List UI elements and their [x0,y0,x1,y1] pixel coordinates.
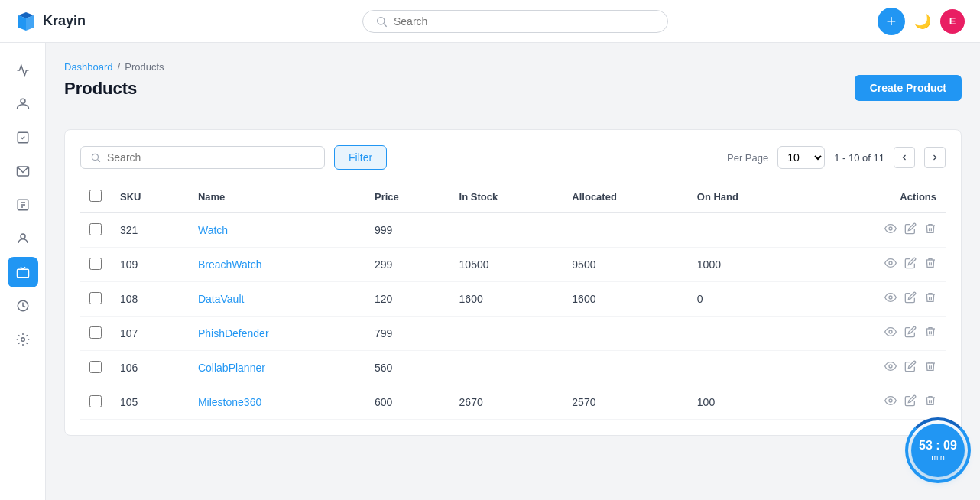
row-checkbox[interactable] [89,361,102,373]
sidebar-item-notes[interactable] [8,190,38,220]
row-checkbox[interactable] [89,395,102,407]
global-search-input[interactable] [394,15,655,28]
edit-icon[interactable] [904,326,917,341]
add-button[interactable]: + [878,8,905,35]
breadcrumb-current: Products [125,61,164,73]
sidebar-item-settings[interactable] [8,324,38,355]
row-allocated [563,213,687,248]
row-allocated [563,317,687,351]
svg-point-23 [889,399,892,402]
view-icon[interactable] [884,326,897,341]
row-on-hand [688,317,806,351]
per-page-select[interactable]: 10 25 50 100 [777,146,825,169]
row-price: 299 [365,248,450,282]
delete-icon[interactable] [924,360,936,375]
edit-icon[interactable] [904,394,917,410]
sidebar-item-tasks[interactable] [8,122,38,153]
timer-widget[interactable]: 53 : 09 min [911,424,965,477]
pagination-info: 1 - 10 of 11 [834,152,884,164]
row-on-hand [688,213,806,248]
table-search-icon [90,152,101,163]
svg-point-3 [378,17,385,24]
row-in-stock: 1600 [450,282,563,317]
row-allocated: 2570 [563,385,687,420]
row-sku: 106 [111,351,189,385]
products-card: Filter Per Page 10 25 50 100 1 - 10 of 1… [64,129,962,436]
row-name[interactable]: DataVault [189,282,365,317]
dark-mode-icon[interactable]: 🌙 [914,13,931,30]
table-search-field[interactable] [80,146,325,169]
row-sku: 109 [111,248,189,282]
toolbar-right: Per Page 10 25 50 100 1 - 10 of 11 [727,146,946,169]
search-icon [375,15,388,28]
row-in-stock [450,213,563,248]
global-search-wrap [153,10,878,33]
delete-icon[interactable] [924,257,936,272]
table-row: 109 BreachWatch 299 10500 9500 1000 [80,248,946,282]
edit-icon[interactable] [904,257,917,272]
logo-text: Krayin [43,13,86,29]
sidebar-item-reports[interactable] [8,291,38,321]
view-icon[interactable] [884,360,897,375]
avatar[interactable]: E [940,9,965,34]
row-on-hand [688,351,806,385]
row-sku: 108 [111,282,189,317]
svg-point-19 [889,261,892,265]
filter-button[interactable]: Filter [334,145,387,170]
edit-icon[interactable] [904,222,917,238]
row-checkbox[interactable] [89,223,102,235]
sidebar-item-contacts[interactable] [8,89,38,119]
col-actions: Actions [806,182,946,213]
sidebar-item-mail[interactable] [8,156,38,187]
edit-icon[interactable] [904,360,917,375]
view-icon[interactable] [884,291,897,307]
row-on-hand: 0 [688,282,806,317]
view-icon[interactable] [884,394,897,410]
row-name[interactable]: CollabPlanner [189,351,365,385]
view-icon[interactable] [884,222,897,238]
table-row: 321 Watch 999 [80,213,946,248]
row-checkbox[interactable] [89,326,102,339]
prev-page-button[interactable] [894,147,915,168]
edit-icon[interactable] [904,291,917,307]
global-search-bar[interactable] [362,10,668,33]
row-in-stock: 10500 [450,248,563,282]
row-name[interactable]: PhishDefender [189,317,365,351]
col-price: Price [365,182,450,213]
row-price: 799 [365,317,450,351]
svg-point-12 [21,234,25,239]
create-product-button[interactable]: Create Product [855,75,962,101]
breadcrumb-dashboard[interactable]: Dashboard [64,61,113,73]
products-header: Dashboard / Products Products Create Pro… [64,61,962,114]
row-allocated: 1600 [563,282,687,317]
sidebar-item-products[interactable] [8,257,38,287]
row-on-hand: 100 [688,385,806,420]
row-sku: 105 [111,385,189,420]
next-page-button[interactable] [924,147,946,168]
delete-icon[interactable] [924,394,936,410]
breadcrumb: Dashboard / Products [64,61,164,73]
logo[interactable]: Krayin [15,11,153,32]
table-row: 107 PhishDefender 799 [80,317,946,351]
timer-time: 53 : 09 [919,439,957,453]
row-name[interactable]: Watch [189,213,365,248]
row-name[interactable]: BreachWatch [189,248,365,282]
svg-rect-13 [17,269,28,278]
row-name[interactable]: Milestone360 [189,385,365,420]
svg-point-16 [92,154,98,160]
row-checkbox[interactable] [89,258,102,270]
row-sku: 321 [111,213,189,248]
delete-icon[interactable] [924,222,936,238]
select-all-checkbox[interactable] [89,190,102,202]
delete-icon[interactable] [924,326,936,341]
sidebar-item-activity[interactable] [8,55,38,86]
row-price: 999 [365,213,450,248]
view-icon[interactable] [884,257,897,272]
row-checkbox[interactable] [89,292,102,304]
logo-icon [15,11,37,32]
delete-icon[interactable] [924,291,936,307]
sidebar-item-person[interactable] [8,223,38,254]
row-allocated [563,351,687,385]
products-table: SKU Name Price In Stock Allocated On Han… [80,182,946,420]
table-search-input[interactable] [107,151,315,164]
